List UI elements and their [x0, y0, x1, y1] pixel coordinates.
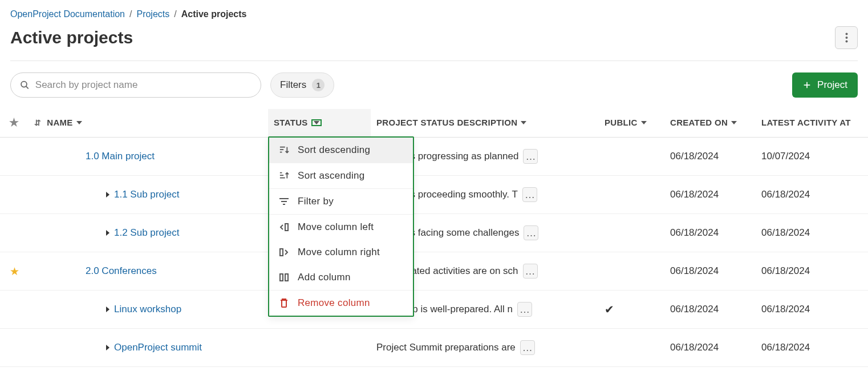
created-on-cell: 06/18/2024 — [664, 176, 756, 214]
chevron-down-icon — [641, 121, 647, 124]
menu-move-right[interactable]: Move column right — [269, 240, 413, 265]
latest-activity-cell: 06/18/2024 — [756, 214, 868, 252]
col-status-description[interactable]: PROJECT STATUS DESCRIPTION — [371, 109, 599, 138]
col-activity-label: LATEST ACTIVITY AT — [761, 118, 851, 127]
latest-activity-cell: 06/18/2024 — [756, 176, 868, 214]
menu-sort-descending[interactable]: Sort descending — [269, 138, 413, 163]
expand-caret-icon[interactable] — [106, 192, 109, 197]
favorite-cell[interactable] — [0, 176, 29, 214]
page-title: Active projects — [10, 28, 133, 47]
table-row[interactable]: 1.0 Main projectproject is progressing a… — [0, 138, 868, 176]
favorite-cell[interactable] — [0, 291, 29, 329]
project-link[interactable]: 2.0 Conferences — [86, 265, 157, 277]
table-row[interactable]: Linux workshopworkshop is well-prepared.… — [0, 291, 868, 329]
description-expand-button[interactable]: … — [524, 225, 538, 240]
search-input[interactable] — [35, 79, 252, 91]
filters-count-badge: 1 — [312, 79, 325, 91]
trash-icon — [278, 298, 290, 308]
col-favorite[interactable]: ★ — [0, 109, 29, 138]
filter-icon — [278, 197, 290, 205]
breadcrumb: OpenProject Documentation / Projects / A… — [0, 0, 868, 24]
created-on-cell: 06/18/2024 — [664, 214, 756, 252]
description-expand-button[interactable]: … — [523, 149, 538, 164]
search-box[interactable] — [10, 72, 261, 98]
favorite-cell[interactable] — [0, 329, 29, 367]
description-expand-button[interactable]: … — [523, 264, 538, 279]
hierarchy-icon: ⇵ — [34, 118, 41, 127]
col-name-label: NAME — [47, 118, 72, 127]
table-row[interactable]: OpenProject summitProject Summit prepara… — [0, 329, 868, 367]
public-cell: ✔ — [599, 291, 664, 329]
favorite-cell[interactable] — [0, 214, 29, 252]
expand-caret-icon[interactable] — [106, 230, 109, 236]
menu-sort-ascending[interactable]: Sort ascending — [269, 163, 413, 188]
col-public-label: PUBLIC — [605, 118, 638, 127]
breadcrumb-root[interactable]: OpenProject Documentation — [10, 9, 125, 19]
name-cell: 1.2 Sub project — [29, 214, 268, 252]
col-latest-activity[interactable]: LATEST ACTIVITY AT — [756, 109, 868, 138]
svg-rect-21 — [285, 274, 288, 281]
menu-move-left[interactable]: Move column left — [269, 215, 413, 240]
col-name[interactable]: ⇵ NAME — [29, 109, 268, 138]
move-right-icon — [278, 248, 290, 257]
menu-remove-column[interactable]: Remove column — [269, 291, 413, 316]
project-link[interactable]: 1.0 Main project — [86, 151, 155, 162]
status-dropdown-toggle[interactable] — [311, 119, 322, 126]
menu-add-column[interactable]: Add column — [269, 265, 413, 290]
check-icon: ✔ — [605, 303, 614, 316]
table-row[interactable]: 1.2 Sub projectproject is facing some ch… — [0, 214, 868, 252]
svg-point-2 — [845, 41, 847, 43]
svg-point-1 — [845, 37, 847, 39]
toolbar: Filters 1 Project — [0, 61, 868, 109]
breadcrumb-sep: / — [129, 9, 132, 19]
col-created-label: CREATED ON — [670, 118, 728, 127]
col-status[interactable]: STATUS Sort descending — [268, 109, 371, 138]
col-desc-label: PROJECT STATUS DESCRIPTION — [376, 118, 517, 127]
project-link[interactable]: 1.1 Sub project — [114, 189, 179, 200]
project-link[interactable]: 1.2 Sub project — [114, 227, 179, 239]
created-on-cell: 06/18/2024 — [664, 138, 756, 176]
menu-filter-by[interactable]: Filter by — [269, 189, 413, 214]
name-cell: 1.1 Sub project — [29, 176, 268, 214]
svg-line-4 — [26, 86, 29, 88]
svg-point-0 — [845, 33, 847, 35]
description-expand-button[interactable]: … — [517, 302, 532, 317]
public-cell — [599, 176, 664, 214]
star-icon: ★ — [9, 116, 19, 128]
search-icon — [20, 80, 30, 90]
table-row[interactable]: ★2.0 Conferencesence-related activities … — [0, 252, 868, 291]
latest-activity-cell: 10/07/2024 — [756, 138, 868, 176]
column-menu: Sort descending Sort ascending Filter b — [268, 136, 414, 317]
project-link[interactable]: OpenProject summit — [114, 342, 202, 353]
table-row[interactable]: 1.1 Sub projectproject is proceeding smo… — [0, 176, 868, 214]
kebab-icon — [845, 33, 848, 43]
breadcrumb-current: Active projects — [181, 9, 247, 19]
col-status-label: STATUS — [274, 118, 308, 127]
description-expand-button[interactable]: … — [522, 187, 537, 202]
created-on-cell: 06/18/2024 — [664, 252, 756, 291]
public-cell — [599, 138, 664, 176]
chevron-down-icon — [731, 121, 737, 124]
chevron-down-icon — [521, 121, 526, 124]
expand-caret-icon[interactable] — [106, 345, 109, 350]
col-created-on[interactable]: CREATED ON — [664, 109, 756, 138]
filters-label: Filters — [280, 79, 306, 91]
page-actions-menu[interactable] — [835, 26, 858, 49]
breadcrumb-section[interactable]: Projects — [136, 9, 169, 19]
new-project-button[interactable]: Project — [792, 72, 858, 98]
expand-caret-icon[interactable] — [106, 307, 109, 312]
new-project-label: Project — [817, 79, 847, 91]
created-on-cell: 06/18/2024 — [664, 291, 756, 329]
created-on-cell: 06/18/2024 — [664, 329, 756, 367]
filters-button[interactable]: Filters 1 — [270, 72, 334, 98]
svg-rect-20 — [280, 274, 283, 281]
col-public[interactable]: PUBLIC — [599, 109, 664, 138]
public-cell — [599, 214, 664, 252]
description-expand-button[interactable]: … — [520, 340, 535, 355]
latest-activity-cell: 06/18/2024 — [756, 329, 868, 367]
favorite-cell[interactable]: ★ — [0, 252, 29, 291]
favorite-cell[interactable] — [0, 138, 29, 176]
name-cell: OpenProject summit — [29, 329, 268, 367]
project-link[interactable]: Linux workshop — [114, 304, 181, 315]
name-cell: Linux workshop — [29, 291, 268, 329]
